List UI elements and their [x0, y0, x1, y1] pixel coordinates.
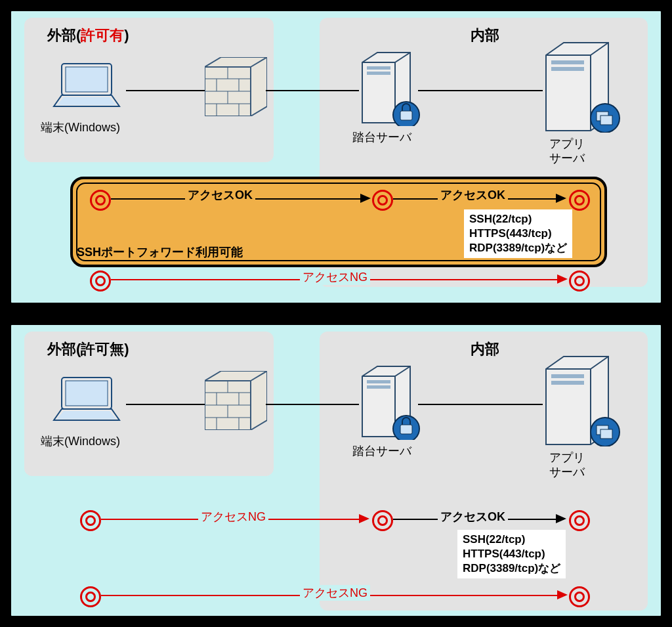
node-client-ok: [90, 190, 111, 211]
svg-marker-4: [205, 57, 267, 116]
ssh-fwd-label: SSHポートフォワード利用可能: [77, 244, 243, 260]
panel-allowed: 外部(許可有) 内部 端末(Windows): [8, 8, 664, 306]
terminal-label-bot: 端末(Windows): [41, 433, 120, 449]
terminal-label-top: 端末(Windows): [41, 119, 120, 135]
node-bastion-row1-bot: [372, 510, 393, 531]
svg-rect-30: [551, 67, 584, 71]
node-app-ng-top: [569, 270, 590, 292]
proto-rdp: RDP(3389/tcp)など: [463, 561, 560, 576]
int-title-top: 内部: [471, 26, 499, 45]
svg-rect-33: [600, 116, 612, 125]
panel-denied: 外部(許可無) 内部 端末(Windows) 踏台サーバ: [8, 322, 664, 620]
app-label-top-1: アプリ: [549, 136, 585, 152]
svg-marker-3: [57, 97, 116, 105]
app-server-icon: [543, 355, 621, 446]
bastion-label-top: 踏台サーバ: [352, 129, 411, 145]
bastion-server-icon: [359, 364, 421, 440]
svg-rect-1: [66, 67, 108, 92]
firewall-icon: [205, 371, 267, 430]
node-bastion-ok: [372, 190, 393, 211]
ext-prefix: 外部(: [47, 27, 81, 43]
ng-label-bot: アクセスNG: [300, 585, 370, 601]
proto-rdp: RDP(3389/tcp)など: [469, 241, 567, 255]
diagram-root: 外部(許可有) 内部 端末(Windows): [0, 0, 672, 627]
svg-rect-24: [400, 111, 412, 120]
protocols-bot: SSH(22/tcp) HTTPS(443/tcp) RDP(3389/tcp)…: [457, 530, 566, 578]
proto-https: HTTPS(443/tcp): [469, 227, 567, 241]
ext-title-bot: 外部(許可無): [47, 339, 129, 359]
flow1-ok-top: アクセスOK: [185, 187, 255, 203]
ng-label-top: アクセスNG: [300, 269, 370, 285]
bastion-label-bot: 踏台サーバ: [352, 443, 411, 459]
app-label-bot-2: サーバ: [549, 464, 585, 480]
svg-rect-67: [600, 429, 612, 439]
int-title-bot: 内部: [471, 339, 499, 359]
proto-https: HTTPS(443/tcp): [463, 547, 560, 561]
bastion-server-icon: [359, 51, 421, 126]
svg-rect-55: [367, 380, 390, 383]
flow2-ok-top: アクセスOK: [438, 187, 508, 203]
ext-suffix: ): [124, 27, 129, 43]
node-client-row1-bot: [80, 510, 101, 531]
laptop-icon: [47, 374, 126, 430]
protocols-top: SSH(22/tcp) HTTPS(443/tcp) RDP(3389/tcp)…: [464, 209, 572, 258]
svg-rect-63: [551, 374, 584, 378]
app-label-bot-1: アプリ: [549, 450, 585, 465]
flow1-ng-bot: アクセスNG: [198, 509, 268, 525]
svg-rect-22: [367, 72, 390, 75]
svg-marker-38: [205, 371, 267, 430]
app-server-icon: [543, 41, 621, 133]
app-label-top-2: サーバ: [549, 150, 585, 166]
svg-rect-58: [400, 425, 412, 434]
node-client-ng-top: [90, 270, 111, 292]
svg-rect-64: [551, 381, 584, 385]
svg-rect-35: [66, 381, 108, 406]
proto-ssh: SSH(22/tcp): [463, 532, 560, 547]
laptop-icon: [47, 60, 126, 116]
node-app-ok: [569, 190, 590, 211]
svg-rect-21: [367, 66, 390, 70]
firewall-icon: [205, 57, 267, 116]
node-app-row1-bot: [569, 510, 590, 531]
svg-marker-37: [57, 411, 116, 419]
ext-title-top: 外部(許可有): [47, 26, 129, 45]
svg-rect-29: [551, 60, 584, 64]
node-app-ng-bot: [569, 586, 590, 607]
node-client-ng-bot: [80, 586, 101, 607]
flow2-ok-bot: アクセスOK: [438, 509, 508, 525]
proto-ssh: SSH(22/tcp): [469, 212, 567, 227]
svg-rect-56: [367, 385, 390, 389]
ext-red: 許可有: [81, 27, 124, 43]
